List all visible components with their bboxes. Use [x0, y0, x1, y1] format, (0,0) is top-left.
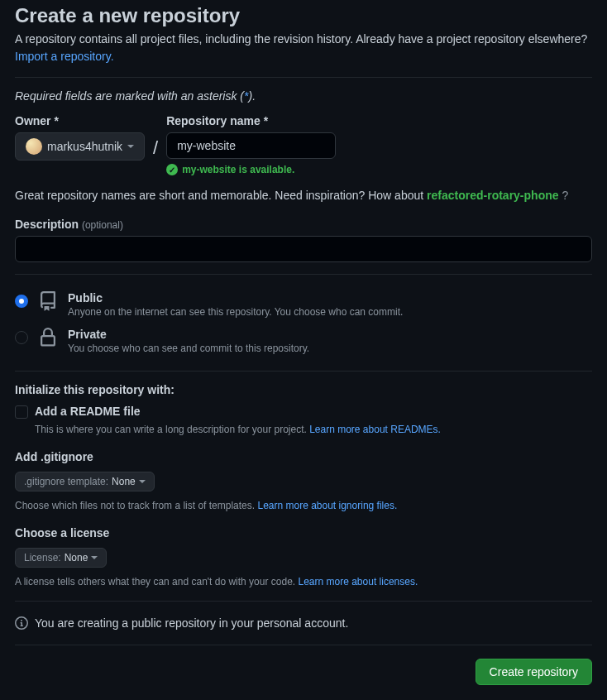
- owner-name: markus4hutnik: [47, 140, 122, 153]
- name-tip: Great repository names are short and mem…: [15, 187, 592, 204]
- divider: [15, 645, 592, 645]
- init-heading: Initialize this repository with:: [15, 383, 592, 396]
- slash-separator: /: [153, 137, 158, 159]
- chevron-down-icon: [139, 480, 146, 483]
- readme-learn-more-link[interactable]: Learn more about READMEs.: [309, 424, 441, 435]
- availability-text: my-website is available.: [182, 164, 294, 175]
- divider: [15, 274, 592, 275]
- page-subtitle: A repository contains all project files,…: [15, 31, 592, 65]
- visibility-private-title: Private: [68, 328, 309, 341]
- import-repo-link[interactable]: Import a repository.: [15, 50, 114, 63]
- readme-label: Add a README file: [35, 405, 141, 418]
- divider: [15, 77, 592, 78]
- divider: [15, 371, 592, 372]
- gitignore-help: Choose which files not to track from a l…: [15, 498, 592, 513]
- gitignore-dropdown[interactable]: .gitignore template: None: [15, 472, 155, 491]
- gitignore-label: Add .gitignore: [15, 450, 592, 463]
- visibility-public-desc: Anyone on the internet can see this repo…: [68, 306, 403, 318]
- divider: [15, 601, 592, 602]
- visibility-private-desc: You choose who can see and commit to thi…: [68, 343, 309, 354]
- license-dropdown[interactable]: License: None: [15, 548, 107, 568]
- info-message: You are creating a public repository in …: [35, 616, 348, 630]
- subtitle-text: A repository contains all project files,…: [15, 32, 587, 46]
- repo-name-label: Repository name *: [166, 114, 336, 127]
- readme-help: This is where you can write a long descr…: [35, 422, 592, 437]
- chevron-down-icon: [91, 556, 98, 559]
- info-icon: [15, 616, 28, 630]
- visibility-public-title: Public: [68, 291, 403, 304]
- name-suggestion[interactable]: refactored-rotary-phone: [427, 189, 558, 202]
- create-repository-button[interactable]: Create repository: [476, 659, 592, 685]
- license-label: Choose a license: [15, 526, 592, 539]
- required-note: Required fields are marked with an aster…: [15, 89, 592, 103]
- gitignore-value: None: [112, 476, 136, 487]
- avatar: [26, 138, 42, 155]
- chevron-down-icon: [127, 145, 134, 148]
- visibility-public-radio[interactable]: [15, 295, 28, 308]
- owner-label: Owner *: [15, 114, 145, 127]
- check-circle-icon: ✓: [166, 164, 178, 175]
- description-label: Description (optional): [15, 218, 592, 231]
- license-value: None: [65, 552, 88, 563]
- gitignore-learn-more-link[interactable]: Learn more about ignoring files.: [257, 500, 397, 511]
- owner-dropdown[interactable]: markus4hutnik: [15, 132, 145, 161]
- page-title: Create a new repository: [15, 4, 592, 27]
- license-help: A license tells others what they can and…: [15, 574, 592, 589]
- repo-name-input[interactable]: [166, 132, 336, 159]
- repo-icon: [38, 291, 58, 314]
- license-learn-more-link[interactable]: Learn more about licenses.: [299, 576, 418, 587]
- visibility-private-radio[interactable]: [15, 331, 28, 344]
- readme-checkbox[interactable]: [15, 405, 28, 419]
- description-input[interactable]: [15, 236, 592, 262]
- lock-icon: [38, 328, 58, 350]
